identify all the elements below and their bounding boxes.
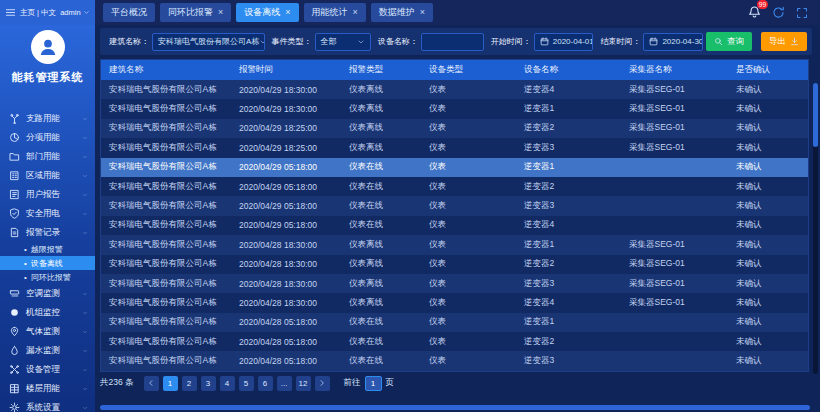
tab-用能统计[interactable]: 用能统计× (304, 3, 366, 22)
table-row[interactable]: 安科瑞电气股份有限公司A栋2020/04/28 18:30:00仪表离线仪表逆变… (101, 255, 808, 274)
search-button[interactable]: 查询 (706, 32, 752, 51)
building-select[interactable]: 安科瑞电气股份有限公司A栋 (152, 33, 265, 51)
table-header-row: 建筑名称报警时间报警类型设备类型设备名称采集器名称是否确认 (101, 60, 808, 80)
sidebar-item-楼层用能[interactable]: 楼层用能 (0, 379, 95, 398)
table-row[interactable]: 安科瑞电气股份有限公司A栋2020/04/29 05:18:00仪表在线仪表逆变… (101, 196, 808, 215)
table-cell: 安科瑞电气股份有限公司A栋 (101, 142, 231, 154)
chevron-down-icon (82, 154, 88, 160)
folder-icon (9, 151, 20, 162)
page-button-6[interactable]: 6 (258, 376, 273, 391)
table-row[interactable]: 安科瑞电气股份有限公司A栋2020/04/28 18:30:00仪表离线仪表逆变… (101, 274, 808, 293)
export-button[interactable]: 导出 (761, 32, 807, 51)
table-cell: 仪表在线 (341, 336, 421, 348)
table-cell: 2020/04/28 18:30:00 (231, 298, 341, 308)
sidebar-subitem-设备离线[interactable]: •设备离线 (0, 256, 95, 270)
sidebar-item-漏水监测[interactable]: 漏水监测 (0, 341, 95, 360)
table-cell: 逆变器1 (516, 103, 621, 115)
table-row[interactable]: 安科瑞电气股份有限公司A栋2020/04/29 05:18:00仪表在线仪表逆变… (101, 177, 808, 196)
unit-monitor-icon (9, 307, 20, 318)
table-row[interactable]: 安科瑞电气股份有限公司A栋2020/04/28 05:18:00仪表在线仪表逆变… (101, 313, 808, 332)
ellipsis-pages-button[interactable]: ... (277, 376, 292, 391)
chevron-down-icon (82, 367, 88, 373)
close-icon[interactable]: × (218, 8, 223, 17)
sidebar-item-气体监测[interactable]: 气体监测 (0, 322, 95, 341)
table-cell: 2020/04/29 18:30:00 (231, 104, 341, 114)
table-row[interactable]: 安科瑞电气股份有限公司A栋2020/04/29 18:30:00仪表离线仪表逆变… (101, 99, 808, 118)
building-icon (9, 170, 20, 181)
table-cell: 仪表在线 (341, 316, 421, 328)
event-type-select-value: 全部 (321, 36, 337, 47)
table-row[interactable]: 安科瑞电气股份有限公司A栋2020/04/28 05:18:00仪表在线仪表逆变… (101, 332, 808, 351)
notifications-button[interactable]: 99 (748, 4, 761, 22)
tab-数据维护[interactable]: 数据维护× (371, 3, 433, 22)
sidebar-item-报警记录[interactable]: 报警记录 (0, 223, 95, 242)
sidebar-item-用户报告[interactable]: 用户报告 (0, 185, 95, 204)
close-icon[interactable]: × (285, 8, 290, 17)
sidebar-subitem-越限报警[interactable]: •越限报警 (0, 242, 95, 256)
sidebar-subitem-label: 设备离线 (31, 258, 63, 269)
table-cell: 逆变器2 (516, 122, 621, 134)
sidebar-item-系统设置[interactable]: 系统设置 (0, 398, 95, 412)
start-date-picker[interactable]: 2020-04-01 (534, 33, 594, 51)
prev-page-button[interactable] (144, 376, 159, 391)
device-name-input[interactable] (427, 37, 478, 46)
sidebar-subitem-同环比报警[interactable]: •同环比报警 (0, 270, 95, 284)
page-button-3[interactable]: 3 (201, 376, 216, 391)
tab-同环比报警[interactable]: 同环比报警× (160, 3, 231, 22)
page-button-5[interactable]: 5 (239, 376, 254, 391)
hamburger-icon[interactable] (5, 7, 16, 18)
tab-设备离线[interactable]: 设备离线× (236, 3, 298, 22)
sidebar-item-区域用能[interactable]: 区域用能 (0, 166, 95, 185)
refresh-icon[interactable] (772, 6, 785, 19)
page-button-1[interactable]: 1 (163, 376, 178, 391)
table-cell: 安科瑞电气股份有限公司A栋 (101, 84, 231, 96)
sidebar-item-设备管理[interactable]: 设备管理 (0, 360, 95, 379)
table-row[interactable]: 安科瑞电气股份有限公司A栋2020/04/29 05:18:00仪表在线仪表逆变… (101, 158, 808, 177)
table-cell: 仪表 (421, 336, 516, 348)
horizontal-scrollbar-thumb[interactable] (100, 405, 810, 410)
sidebar-item-label: 部门用能 (26, 151, 60, 163)
sidebar-item-label: 用户报告 (26, 189, 60, 201)
table-cell: 仪表在线 (341, 181, 421, 193)
page-button-2[interactable]: 2 (182, 376, 197, 391)
table-row[interactable]: 安科瑞电气股份有限公司A栋2020/04/28 05:18:00仪表在线仪表逆变… (101, 351, 808, 370)
sidebar-item-label: 报警记录 (26, 227, 60, 239)
table-cell: 未确认 (728, 200, 808, 212)
sidebar-item-空调监测[interactable]: 空调监测 (0, 284, 95, 303)
table-row[interactable]: 安科瑞电气股份有限公司A栋2020/04/29 18:30:00仪表离线仪表逆变… (101, 80, 808, 99)
sidebar-item-分项用能[interactable]: 分项用能 (0, 128, 95, 147)
home-language-link[interactable]: 主页 | 中文 (20, 8, 56, 18)
chevron-down-icon (82, 230, 88, 236)
page-button-12[interactable]: 12 (296, 376, 311, 391)
sidebar-menu: 支路用能分项用能部门用能区域用能用户报告安全用电报警记录•越限报警•设备离线•同… (0, 109, 95, 412)
user-menu[interactable]: admin (60, 8, 89, 17)
column-header: 是否确认 (728, 64, 808, 76)
table-row[interactable]: 安科瑞电气股份有限公司A栋2020/04/28 18:30:00仪表离线仪表逆变… (101, 293, 808, 312)
table-row[interactable]: 安科瑞电气股份有限公司A栋2020/04/29 05:18:00仪表在线仪表逆变… (101, 216, 808, 235)
column-header: 采集器名称 (621, 64, 728, 76)
tab-平台概况[interactable]: 平台概况 (103, 3, 155, 22)
fullscreen-icon[interactable] (796, 7, 808, 19)
table-row[interactable]: 安科瑞电气股份有限公司A栋2020/04/29 18:25:00仪表离线仪表逆变… (101, 119, 808, 138)
sidebar-item-部门用能[interactable]: 部门用能 (0, 147, 95, 166)
goto-page-input[interactable] (365, 376, 382, 391)
sidebar-item-label: 系统设置 (26, 402, 60, 412)
sidebar-item-安全用电[interactable]: 安全用电 (0, 204, 95, 223)
sidebar-item-机组监控[interactable]: 机组监控 (0, 303, 95, 322)
end-date-picker[interactable]: 2020-04-30 (643, 33, 703, 51)
page-button-4[interactable]: 4 (220, 376, 235, 391)
topbar-left: 主页 | 中文 admin (0, 0, 95, 25)
vertical-scrollbar-thumb[interactable] (813, 83, 818, 147)
table-row[interactable]: 安科瑞电气股份有限公司A栋2020/04/28 18:30:00仪表离线仪表逆变… (101, 235, 808, 254)
sidebar-item-支路用能[interactable]: 支路用能 (0, 109, 95, 128)
sidebar-item-label: 空调监测 (26, 288, 60, 300)
table-row[interactable]: 安科瑞电气股份有限公司A栋2020/04/29 18:25:00仪表离线仪表逆变… (101, 138, 808, 157)
sidebar-item-label: 区域用能 (26, 170, 60, 182)
main-content: 建筑名称： 安科瑞电气股份有限公司A栋 事件类型： 全部 设备名称： 开始时间：… (95, 25, 820, 412)
close-icon[interactable]: × (420, 8, 425, 17)
search-icon (714, 37, 723, 46)
next-page-button[interactable] (315, 376, 330, 391)
chevron-down-icon (82, 386, 88, 392)
close-icon[interactable]: × (353, 8, 358, 17)
event-type-select[interactable]: 全部 (315, 33, 371, 51)
